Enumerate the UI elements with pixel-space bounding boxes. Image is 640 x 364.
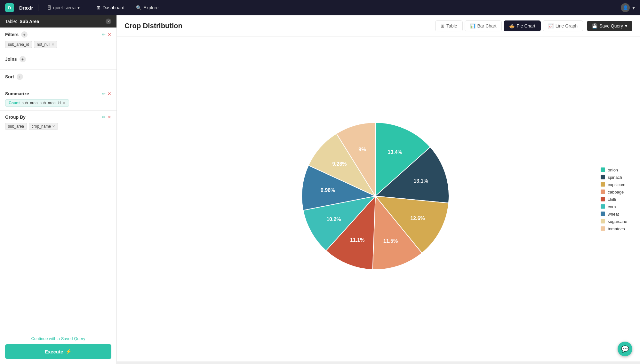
main-header: Crop Distribution ⊞ Table 📊 Bar Chart 🥧 … <box>117 15 640 37</box>
legend-color-swatch <box>601 204 605 209</box>
legend-label: onion <box>608 167 618 172</box>
user-chevron-icon[interactable]: ▾ <box>632 5 635 11</box>
edit-summarize-btn[interactable]: ✏ <box>102 91 106 96</box>
summarize-row: Count sub_area sub_area_id ✕ <box>5 99 111 107</box>
execute-label: Execute <box>45 349 63 354</box>
table-icon: ⊞ <box>441 23 444 28</box>
tab-line-graph[interactable]: 📈 Line Graph <box>543 20 583 31</box>
remove-filter-condition[interactable]: ✕ <box>52 43 54 47</box>
chart-area: 13.4%13.1%12.6%11.5%11.1%10.2%9.96%9.28%… <box>117 37 640 361</box>
db-icon: 🗄 <box>47 5 51 10</box>
filter-actions: ✏ ✕ <box>102 32 111 37</box>
x-icon-3: ✕ <box>108 115 111 120</box>
save-query-chevron: ▾ <box>625 23 627 28</box>
line-graph-icon: 📈 <box>548 23 554 28</box>
pencil-icon-3: ✏ <box>102 115 106 120</box>
explore-icon: 🔍 <box>136 5 141 10</box>
tab-pie-chart[interactable]: 🥧 Pie Chart <box>504 20 540 31</box>
nav-explore[interactable]: 🔍 Explore <box>133 3 162 12</box>
close-table-btn[interactable]: ✕ <box>106 19 111 24</box>
delete-filter-btn[interactable]: ✕ <box>108 32 111 37</box>
legend-color-swatch <box>601 190 605 194</box>
remove-group-by-field[interactable]: ✕ <box>52 124 55 129</box>
save-query-button[interactable]: 💾 Save Query ▾ <box>587 21 632 31</box>
chat-fab[interactable]: 💬 <box>618 342 632 356</box>
nav-dashboard[interactable]: ⊞ Dashboard <box>93 3 128 12</box>
joins-title: Joins <box>5 57 17 62</box>
svg-text:11.1%: 11.1% <box>350 237 364 242</box>
legend-item: chilli <box>601 197 627 202</box>
dashboard-icon: ⊞ <box>97 5 100 10</box>
bottom-bar <box>117 361 640 364</box>
add-sort-btn[interactable]: + <box>17 74 23 80</box>
summarize-section: Summarize ✏ ✕ Count sub_area sub_area_id… <box>0 87 116 111</box>
table-label: Table: Sub Area <box>5 19 39 24</box>
legend-item: wheat <box>601 211 627 216</box>
svg-text:11.5%: 11.5% <box>383 238 397 243</box>
remove-summarize-field[interactable]: ✕ <box>63 101 66 105</box>
tab-bar-chart[interactable]: 📊 Bar Chart <box>465 20 502 31</box>
group-by-title: Group By <box>5 115 26 120</box>
edit-group-by-btn[interactable]: ✏ <box>102 115 106 120</box>
bar-chart-icon: 📊 <box>470 23 476 28</box>
summarize-tag: Count sub_area sub_area_id ✕ <box>5 99 69 107</box>
delete-group-by-btn[interactable]: ✕ <box>108 115 111 120</box>
nav-db[interactable]: 🗄 quiet-sierra ▾ <box>44 3 83 12</box>
logo-letter: D <box>8 5 11 10</box>
count-label: Count <box>9 101 20 105</box>
legend-color-swatch <box>601 197 605 202</box>
nav-separator <box>38 4 38 11</box>
add-join-btn[interactable]: + <box>20 56 26 62</box>
delete-summarize-btn[interactable]: ✕ <box>108 91 111 96</box>
user-avatar[interactable]: 👤 <box>621 3 630 12</box>
execute-button[interactable]: Execute ⚡ <box>5 344 111 359</box>
x-icon: ✕ <box>108 32 111 37</box>
legend-item: sugarcane <box>601 219 627 224</box>
pencil-icon: ✏ <box>102 32 106 37</box>
main-content: Crop Distribution ⊞ Table 📊 Bar Chart 🥧 … <box>117 15 640 364</box>
svg-text:10.2%: 10.2% <box>326 216 341 222</box>
table-header: Table: Sub Area ✕ <box>0 15 116 28</box>
joins-section: Joins + <box>0 52 116 70</box>
nav-db-label: quiet-sierra <box>53 5 76 10</box>
x-icon-2: ✕ <box>108 91 111 96</box>
legend-item: onion <box>601 167 627 172</box>
legend-label: tomatoes <box>608 226 625 231</box>
nav-explore-label: Explore <box>143 5 158 10</box>
legend-label: corn <box>608 204 616 209</box>
filter-row: sub_area_id not_null ✕ <box>5 41 111 48</box>
legend-label: cabbage <box>608 189 624 194</box>
legend-label: wheat <box>608 211 619 216</box>
add-filter-btn[interactable]: + <box>21 31 28 38</box>
sidebar-bottom: Continue with a Saved Query Execute ⚡ <box>0 331 116 364</box>
pie-chart-svg: 13.4%13.1%12.6%11.5%11.1%10.2%9.96%9.28%… <box>295 116 455 276</box>
pencil-icon-2: ✏ <box>102 91 106 96</box>
topnav: D Draxlr 🗄 quiet-sierra ▾ ⊞ Dashboard 🔍 … <box>0 0 640 15</box>
svg-text:13.1%: 13.1% <box>413 178 428 183</box>
save-icon: 💾 <box>592 23 597 28</box>
svg-text:13.4%: 13.4% <box>388 149 402 154</box>
summarize-title: Summarize <box>5 91 29 96</box>
nav-separator-2 <box>88 4 88 11</box>
chart-legend: onionspinachcapsicumcabbagechillicornwhe… <box>601 167 627 231</box>
summarize-actions: ✏ ✕ <box>102 91 111 96</box>
group-by-row: sub_area crop_name ✕ <box>5 123 111 130</box>
tab-table[interactable]: ⊞ Table <box>435 20 462 31</box>
view-tabs: ⊞ Table 📊 Bar Chart 🥧 Pie Chart 📈 Line G… <box>435 20 583 31</box>
group-by-field2-tag: crop_name ✕ <box>29 123 58 130</box>
legend-color-swatch <box>601 219 605 224</box>
edit-filter-btn[interactable]: ✏ <box>102 32 106 37</box>
filter-field-tag: sub_area_id <box>5 41 32 48</box>
continue-saved-query-link[interactable]: Continue with a Saved Query <box>31 336 85 341</box>
svg-text:9.28%: 9.28% <box>332 161 347 167</box>
legend-label: capsicum <box>608 182 625 187</box>
legend-label: sugarcane <box>608 219 627 224</box>
legend-color-swatch <box>601 182 605 187</box>
filters-section: Filters + ✏ ✕ sub_area_id not_null ✕ <box>0 28 116 52</box>
lightning-icon: ⚡ <box>66 349 72 354</box>
joins-header: Joins + <box>5 56 111 62</box>
filters-title: Filters <box>5 32 19 37</box>
svg-text:9%: 9% <box>358 147 366 152</box>
legend-label: spinach <box>608 175 622 179</box>
app-name: Draxlr <box>19 5 33 11</box>
